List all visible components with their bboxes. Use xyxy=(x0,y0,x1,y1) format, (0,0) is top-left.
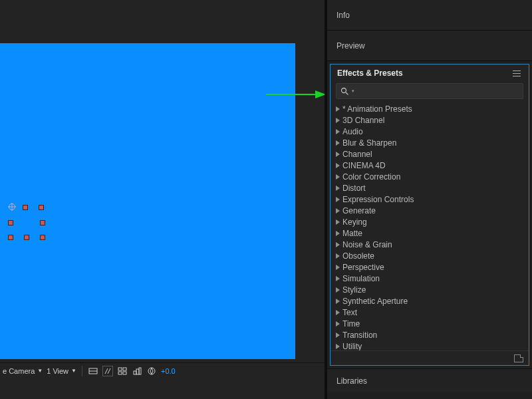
effects-category-label: Utility xyxy=(342,342,362,351)
effects-category-item[interactable]: Utility xyxy=(331,340,529,350)
svg-rect-11 xyxy=(123,372,126,374)
effects-category-item[interactable]: 3D Channel xyxy=(331,114,529,126)
separator xyxy=(82,366,82,376)
effects-search-input[interactable] xyxy=(357,86,519,96)
disclosure-triangle-icon xyxy=(336,186,340,191)
effects-presets-titlebar[interactable]: Effects & Presets xyxy=(331,65,529,82)
info-panel-header[interactable]: Info xyxy=(327,0,532,31)
libraries-panel-header[interactable]: Libraries xyxy=(327,368,532,392)
disclosure-triangle-icon xyxy=(336,129,340,134)
disclosure-triangle-icon xyxy=(336,140,340,146)
effects-category-item[interactable]: Audio xyxy=(331,126,529,137)
effects-category-item[interactable]: Simulation xyxy=(331,273,529,284)
disclosure-triangle-icon xyxy=(336,287,340,293)
transform-handle[interactable] xyxy=(8,235,13,240)
effects-category-item[interactable]: Color Correction xyxy=(331,171,529,182)
effects-category-item[interactable]: Time xyxy=(331,318,529,329)
disclosure-triangle-icon xyxy=(336,163,340,168)
effects-category-item[interactable]: Keying xyxy=(331,216,529,227)
toggle-pixel-aspect-icon[interactable] xyxy=(88,366,98,376)
transform-handle[interactable] xyxy=(8,220,13,225)
effects-category-item[interactable]: Perspective xyxy=(331,261,529,273)
effects-category-item[interactable]: Distort xyxy=(331,182,529,194)
svg-point-16 xyxy=(342,88,346,92)
new-bin-icon[interactable] xyxy=(514,354,523,362)
disclosure-triangle-icon xyxy=(336,253,340,259)
panel-title: Libraries xyxy=(336,376,367,386)
disclosure-triangle-icon xyxy=(336,299,340,304)
disclosure-triangle-icon xyxy=(336,332,340,338)
effects-category-label: Time xyxy=(342,319,360,329)
effects-category-label: Generate xyxy=(342,206,376,215)
search-filter-caret-icon[interactable]: ▾ xyxy=(352,88,354,94)
effects-category-item[interactable]: * Animation Presets xyxy=(331,103,529,114)
svg-rect-14 xyxy=(139,368,141,374)
effects-category-label: Obsolete xyxy=(342,251,374,261)
effects-category-label: Perspective xyxy=(342,263,384,272)
disclosure-triangle-icon xyxy=(336,197,340,202)
preview-panel-header[interactable]: Preview xyxy=(327,31,532,61)
svg-line-6 xyxy=(105,368,108,374)
effects-category-item[interactable]: Obsolete xyxy=(331,250,529,261)
effects-category-item[interactable]: Blur & Sharpen xyxy=(331,137,529,148)
svg-rect-8 xyxy=(118,368,122,370)
svg-rect-10 xyxy=(118,372,122,374)
disclosure-triangle-icon xyxy=(336,265,340,270)
effects-presets-panel: Effects & Presets ▾ * Animation Presets3… xyxy=(330,64,529,366)
disclosure-triangle-icon xyxy=(336,321,340,327)
composition-canvas[interactable] xyxy=(0,43,295,359)
effects-category-item[interactable]: Expression Controls xyxy=(331,194,529,205)
transform-handle[interactable] xyxy=(23,205,28,210)
effects-category-item[interactable]: Noise & Grain xyxy=(331,239,529,250)
transform-handle[interactable] xyxy=(40,235,45,240)
effects-category-label: Channel xyxy=(342,150,372,159)
disclosure-triangle-icon xyxy=(336,118,340,123)
camera-dropdown[interactable]: e Camera ▼ xyxy=(3,367,43,375)
anchor-point-icon[interactable] xyxy=(8,203,16,211)
disclosure-triangle-icon xyxy=(336,276,340,281)
effects-tree: * Animation Presets3D ChannelAudioBlur &… xyxy=(331,102,529,350)
effects-category-label: Expression Controls xyxy=(342,195,414,204)
effects-category-label: Color Correction xyxy=(342,172,400,182)
effects-category-item[interactable]: CINEMA 4D xyxy=(331,160,529,171)
chevron-down-icon: ▼ xyxy=(71,368,76,374)
svg-point-15 xyxy=(148,368,155,374)
effects-category-label: Distort xyxy=(342,184,366,193)
transform-handle[interactable] xyxy=(24,235,29,240)
region-of-interest-icon[interactable] xyxy=(132,366,142,376)
effects-category-item[interactable]: Synthetic Aperture xyxy=(331,295,529,307)
toggle-mask-icon[interactable] xyxy=(117,366,128,376)
viewer-toolbar: e Camera ▼ 1 View ▼ +0.0 xyxy=(0,362,325,378)
exposure-aperture-icon[interactable] xyxy=(146,366,157,376)
toggle-transparency-grid-icon[interactable] xyxy=(102,366,113,376)
effects-search-row[interactable]: ▾ xyxy=(336,83,523,99)
effects-category-label: Noise & Grain xyxy=(342,240,392,249)
effects-category-item[interactable]: Matte xyxy=(331,227,529,239)
effects-category-item[interactable]: Text xyxy=(331,307,529,318)
effects-category-item[interactable]: Stylize xyxy=(331,284,529,295)
view-count-dropdown[interactable]: 1 View ▼ xyxy=(47,367,76,375)
effects-category-item[interactable]: Generate xyxy=(331,205,529,216)
effects-category-item[interactable]: Channel xyxy=(331,148,529,160)
view-count-label: 1 View xyxy=(47,367,68,375)
disclosure-triangle-icon xyxy=(336,174,340,180)
panel-menu-icon[interactable] xyxy=(511,69,522,78)
effects-category-item[interactable]: Transition xyxy=(331,329,529,340)
side-panel-stack: Info Preview Effects & Presets ▾ * Anima… xyxy=(327,0,532,399)
exposure-value[interactable]: +0.0 xyxy=(161,367,176,375)
disclosure-triangle-icon xyxy=(336,242,340,247)
panel-title: Preview xyxy=(336,41,365,51)
transform-handle[interactable] xyxy=(39,205,44,210)
transform-handle[interactable] xyxy=(40,220,45,225)
disclosure-triangle-icon xyxy=(336,231,340,236)
disclosure-triangle-icon xyxy=(336,310,340,315)
effects-category-label: Text xyxy=(342,308,357,317)
disclosure-triangle-icon xyxy=(336,106,340,112)
effects-category-label: Matte xyxy=(342,229,362,238)
effects-category-label: Synthetic Aperture xyxy=(342,297,408,306)
effects-category-label: Keying xyxy=(342,217,367,227)
effects-category-label: CINEMA 4D xyxy=(342,161,386,170)
panel-title: Effects & Presets xyxy=(337,68,403,78)
effects-category-label: Audio xyxy=(342,127,363,136)
disclosure-triangle-icon xyxy=(336,344,340,349)
